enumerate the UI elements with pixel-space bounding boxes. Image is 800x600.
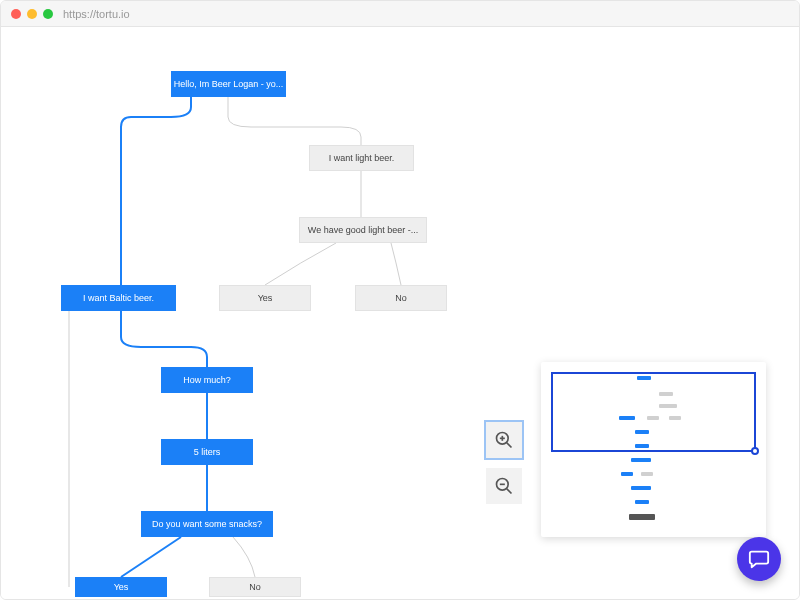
window-controls xyxy=(11,9,53,19)
minimap-viewport[interactable] xyxy=(551,372,756,452)
zoom-out-icon xyxy=(494,476,514,496)
node-label: I want Baltic beer. xyxy=(83,293,154,304)
node-how-much[interactable]: How much? xyxy=(161,367,253,393)
zoom-in-button[interactable] xyxy=(486,422,522,458)
maximize-icon[interactable] xyxy=(43,9,53,19)
minimap-node xyxy=(631,458,651,462)
minimap-node xyxy=(635,430,649,434)
node-label: 5 liters xyxy=(194,447,221,458)
zoom-out-button[interactable] xyxy=(486,468,522,504)
node-want-light[interactable]: I want light beer. xyxy=(309,145,414,171)
minimap-node xyxy=(641,472,653,476)
minimap-node xyxy=(635,444,649,448)
node-label: We have good light beer -... xyxy=(308,225,418,236)
chat-icon xyxy=(748,548,770,570)
node-label: How much? xyxy=(183,375,231,386)
minimap-node xyxy=(647,416,659,420)
node-good-light[interactable]: We have good light beer -... xyxy=(299,217,427,243)
node-light-yes[interactable]: Yes xyxy=(219,285,311,311)
minimap[interactable] xyxy=(541,362,766,537)
close-icon[interactable] xyxy=(11,9,21,19)
node-light-no[interactable]: No xyxy=(355,285,447,311)
node-label: I want light beer. xyxy=(329,153,395,164)
minimap-node xyxy=(659,392,673,396)
chat-widget-button[interactable] xyxy=(737,537,781,581)
zoom-in-icon xyxy=(494,430,514,450)
svg-line-5 xyxy=(507,489,512,494)
node-want-snacks[interactable]: Do you want some snacks? xyxy=(141,511,273,537)
minimap-node xyxy=(669,416,681,420)
minimap-node xyxy=(619,416,635,420)
address-url: https://tortu.io xyxy=(63,8,130,20)
minimap-node xyxy=(629,514,655,520)
browser-titlebar: https://tortu.io xyxy=(1,1,799,27)
minimap-node xyxy=(635,500,649,504)
node-want-baltic[interactable]: I want Baltic beer. xyxy=(61,285,176,311)
node-hello[interactable]: Hello, Im Beer Logan - yo... xyxy=(171,71,286,97)
minimize-icon[interactable] xyxy=(27,9,37,19)
flow-canvas[interactable]: Hello, Im Beer Logan - yo... I want ligh… xyxy=(1,27,799,599)
svg-line-1 xyxy=(507,443,512,448)
minimap-node xyxy=(659,404,677,408)
node-snacks-no[interactable]: No xyxy=(209,577,301,597)
zoom-controls xyxy=(486,422,522,504)
node-snacks-yes[interactable]: Yes xyxy=(75,577,167,597)
minimap-node xyxy=(621,472,633,476)
node-label: Hello, Im Beer Logan - yo... xyxy=(174,79,284,90)
minimap-resize-handle[interactable] xyxy=(751,447,759,455)
node-five-liters[interactable]: 5 liters xyxy=(161,439,253,465)
node-label: No xyxy=(395,293,407,304)
minimap-node xyxy=(631,486,651,490)
node-label: Do you want some snacks? xyxy=(152,519,262,530)
minimap-node xyxy=(637,376,651,380)
node-label: Yes xyxy=(258,293,273,304)
node-label: Yes xyxy=(114,582,129,593)
node-label: No xyxy=(249,582,261,593)
